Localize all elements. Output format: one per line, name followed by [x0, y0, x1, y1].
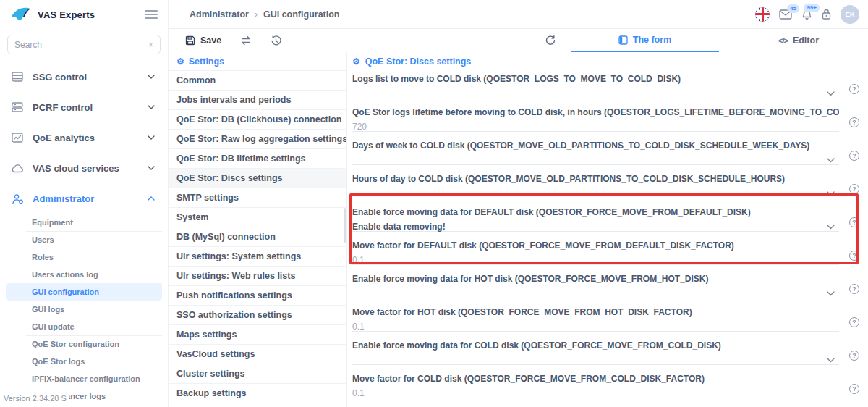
save-floppy-icon [185, 35, 195, 46]
help-icon[interactable]: ? [849, 317, 859, 327]
refresh-button[interactable] [545, 29, 556, 52]
chevron-down-icon[interactable] [827, 191, 835, 196]
settings-list-item[interactable]: Cluster settings [169, 364, 346, 384]
help-icon[interactable]: ? [849, 384, 859, 394]
field-control[interactable] [352, 187, 839, 198]
field-control[interactable]: 0.1 [352, 320, 839, 332]
submenu-item[interactable]: Users [6, 231, 162, 248]
submenu-item[interactable]: QoE Stor configuration [6, 335, 162, 353]
form-panel: ⚙ QoE Stor: Discs settings Logs list to … [348, 52, 868, 407]
field-control[interactable]: Enable data removing! [352, 220, 839, 232]
help-icon[interactable]: ? [849, 84, 859, 94]
field-control[interactable] [352, 154, 839, 165]
chevron-down-icon [148, 135, 155, 140]
chevron-down-icon[interactable] [827, 91, 835, 96]
settings-list-item[interactable]: Maps settings [169, 325, 346, 345]
breadcrumb-administrator[interactable]: Administrator [190, 9, 249, 20]
form-field: Logs list to move to COLD disk (QOESTOR_… [352, 71, 839, 104]
messages-badge: 45 [787, 4, 799, 13]
sidebar-item-qoe-analytics[interactable]: QoE analytics [0, 122, 168, 153]
settings-item-label: Ulr settings: System settings [176, 251, 301, 261]
settings-item-label: QoE Stor: Raw log aggregation settings [176, 134, 346, 144]
settings-list-item[interactable]: QoE Stor: DB lifetime settings [169, 149, 346, 169]
settings-list-item[interactable]: Common [169, 71, 346, 91]
scrollbar-thumb[interactable] [344, 208, 346, 243]
search-input[interactable]: Search × [7, 35, 161, 54]
sidebar-item-vas-cloud-services[interactable]: VAS cloud services [0, 153, 168, 183]
field-label: Enable force moving data for HOT disk (Q… [352, 271, 839, 284]
submenu-item[interactable]: GUI logs [6, 301, 162, 318]
field-control[interactable] [352, 287, 839, 298]
notifications-button[interactable]: 99+ [801, 9, 812, 20]
submenu-item-label: Roles [32, 253, 54, 261]
settings-list-item[interactable]: Backup settings [169, 384, 346, 403]
field-value: 0.1 [352, 388, 365, 398]
help-icon[interactable]: ? [849, 284, 859, 294]
field-label: Days of week to COLD disk (QOESTOR_MOVE_… [352, 138, 839, 151]
save-button[interactable]: Save [185, 35, 221, 46]
settings-list-item[interactable]: QoE Stor: Discs settings [169, 169, 346, 188]
tab-editor[interactable]: </> Editor [748, 29, 849, 52]
toolbar: Save The form </> Editor [169, 29, 868, 52]
language-flag-icon[interactable] [755, 7, 770, 22]
help-icon[interactable]: ? [849, 351, 859, 361]
submenu-item[interactable]: IPFIX-balancer configuration [6, 370, 162, 387]
submenu-item[interactable]: Equipment [6, 214, 162, 231]
sidebar-item-pcrf-control[interactable]: PCRF control [0, 92, 168, 122]
chevron-down-icon[interactable] [827, 358, 835, 363]
settings-list-item[interactable]: Jobs intervals and periods [169, 91, 346, 110]
settings-list-item[interactable]: SSO authorization settings [169, 306, 346, 325]
submenu-item-label: GUI configuration [32, 288, 99, 296]
submenu-item[interactable]: QoE Stor logs [6, 353, 162, 370]
chevron-down-icon[interactable] [827, 158, 835, 163]
breadcrumb-gui-configuration: GUI configuration [263, 9, 340, 20]
field-control[interactable] [352, 87, 839, 98]
code-icon: </> [778, 36, 788, 45]
settings-item-label: System [176, 212, 208, 222]
field-value: 0.1 [352, 255, 365, 265]
refresh-icon [545, 35, 556, 46]
submenu-item[interactable]: Users actions log [6, 266, 162, 283]
tab-the-form[interactable]: The form [571, 29, 719, 52]
lock-button[interactable] [822, 9, 831, 20]
messages-button[interactable]: 45 [779, 9, 792, 20]
field-label: Move factor for DEFAULT disk (QOESTOR_FO… [352, 238, 839, 251]
help-icon[interactable]: ? [849, 251, 859, 261]
chevron-down-icon[interactable] [827, 225, 835, 230]
settings-list-item[interactable]: Ulr settings: System settings [169, 247, 346, 267]
chevron-down-icon[interactable] [827, 291, 835, 296]
chevron-up-icon [148, 196, 155, 201]
settings-list-item[interactable]: Ulr settings: Web rules lists [169, 267, 346, 286]
help-icon[interactable]: ? [849, 151, 859, 161]
clear-search-icon[interactable]: × [148, 40, 153, 50]
help-icon[interactable]: ? [849, 184, 859, 194]
submenu-item[interactable]: GUI update [6, 318, 162, 335]
settings-list-item[interactable]: DB (MySql) connection [169, 227, 346, 247]
settings-list-item[interactable]: QoE Stor: DB (Clickhouse) connection [169, 110, 346, 130]
form-fields: Logs list to move to COLD disk (QOESTOR_… [352, 71, 868, 404]
help-icon[interactable]: ? [849, 117, 859, 127]
help-icon[interactable]: ? [849, 217, 859, 227]
field-control[interactable]: 0.1 [352, 387, 839, 398]
field-control[interactable] [352, 353, 839, 365]
settings-list-panel: ⚙ Settings Common Jobs intervals and per… [169, 52, 347, 407]
settings-item-label: Backup settings [176, 388, 247, 398]
history-button[interactable] [271, 35, 281, 46]
settings-list-item[interactable]: Backup auto restoration settings [169, 403, 346, 407]
compare-versions-button[interactable] [240, 35, 252, 46]
submenu-item[interactable]: GUI configuration [6, 283, 162, 301]
sidebar-item-administrator[interactable]: Administrator [0, 183, 168, 214]
settings-item-label: Cluster settings [176, 369, 244, 379]
submenu-item[interactable]: Roles [6, 248, 162, 266]
sidebar-item-ssg-control[interactable]: SSG control [0, 62, 168, 92]
settings-list-item[interactable]: Push notifications settings [169, 286, 346, 306]
settings-list-item[interactable]: VasCloud settings [169, 345, 346, 364]
chevron-down-icon [148, 166, 155, 170]
field-control[interactable]: 0.1 [352, 253, 839, 265]
hamburger-menu-icon[interactable] [145, 8, 158, 21]
field-control[interactable]: 720 [352, 120, 839, 132]
settings-list-item[interactable]: SMTP settings [169, 188, 346, 208]
settings-list-item[interactable]: System [169, 208, 346, 227]
settings-list-item[interactable]: QoE Stor: Raw log aggregation settings [169, 130, 346, 149]
avatar[interactable]: EK [841, 5, 859, 24]
